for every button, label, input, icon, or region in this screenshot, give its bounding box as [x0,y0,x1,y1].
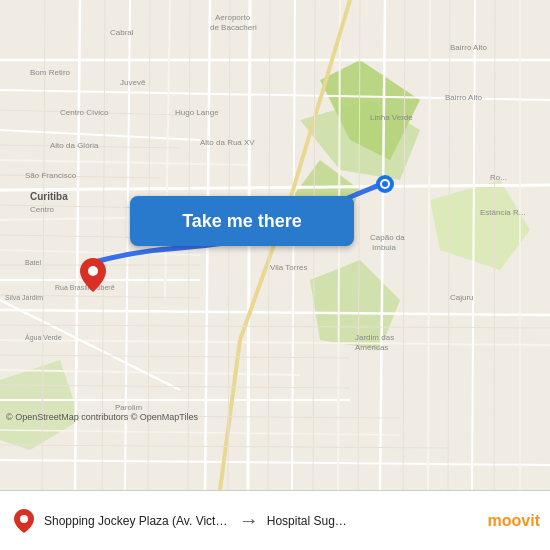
origin-marker [376,175,394,197]
svg-text:Linha Verde: Linha Verde [370,113,413,122]
svg-text:Hugo Lange: Hugo Lange [175,108,219,117]
svg-text:Bairro Alto: Bairro Alto [450,43,487,52]
svg-text:Parolim: Parolim [115,403,142,412]
svg-text:Bom Retiro: Bom Retiro [30,68,71,77]
svg-text:Ro...: Ro... [490,173,507,182]
svg-text:Bairro Alto: Bairro Alto [445,93,482,102]
svg-text:Américas: Américas [355,343,388,352]
svg-point-91 [382,181,388,187]
svg-text:Alto da Glória: Alto da Glória [50,141,99,150]
moovit-logo: moovit [488,512,540,530]
svg-point-88 [88,266,98,276]
svg-text:Centro: Centro [30,205,55,214]
origin-info: Shopping Jockey Plaza (Av. Victor … [10,507,231,535]
moovit-logo-text: moovit [488,512,540,530]
map-attribution: © OpenStreetMap contributors © OpenMapTi… [6,412,198,422]
svg-text:Vila Torres: Vila Torres [270,263,308,272]
origin-icon [10,507,38,535]
svg-text:Capão da: Capão da [370,233,405,242]
svg-text:São Francisco: São Francisco [25,171,77,180]
arrow-icon: → [239,509,259,532]
destination-info: Hospital Sug… [267,514,488,528]
svg-text:Juvevê: Juvevê [120,78,146,87]
svg-text:Imbuia: Imbuia [372,243,397,252]
svg-text:Curitiba: Curitiba [30,191,68,202]
destination-label: Hospital Sug… [267,514,347,528]
map-container: Bom Retiro Cabral Aeroporto de Bacacheri… [0,0,550,490]
svg-text:Aeroporto: Aeroporto [215,13,251,22]
svg-text:Jardim das: Jardim das [355,333,394,342]
svg-text:Batel: Batel [25,259,41,266]
destination-marker [80,258,106,296]
take-me-there-button[interactable]: Take me there [130,196,354,246]
svg-text:Centro Cívico: Centro Cívico [60,108,109,117]
svg-text:Água Verde: Água Verde [25,333,62,342]
svg-text:Silva Jardim: Silva Jardim [5,294,43,301]
svg-point-92 [20,515,28,523]
svg-text:Cabral: Cabral [110,28,134,37]
take-me-there-label: Take me there [182,211,302,232]
svg-text:Cajuru: Cajuru [450,293,474,302]
svg-text:Alto da Rua XV: Alto da Rua XV [200,138,255,147]
bottom-bar: Shopping Jockey Plaza (Av. Victor … → Ho… [0,490,550,550]
svg-text:de Bacacheri: de Bacacheri [210,23,257,32]
origin-label: Shopping Jockey Plaza (Av. Victor … [44,514,231,528]
svg-text:Estância R...: Estância R... [480,208,525,217]
